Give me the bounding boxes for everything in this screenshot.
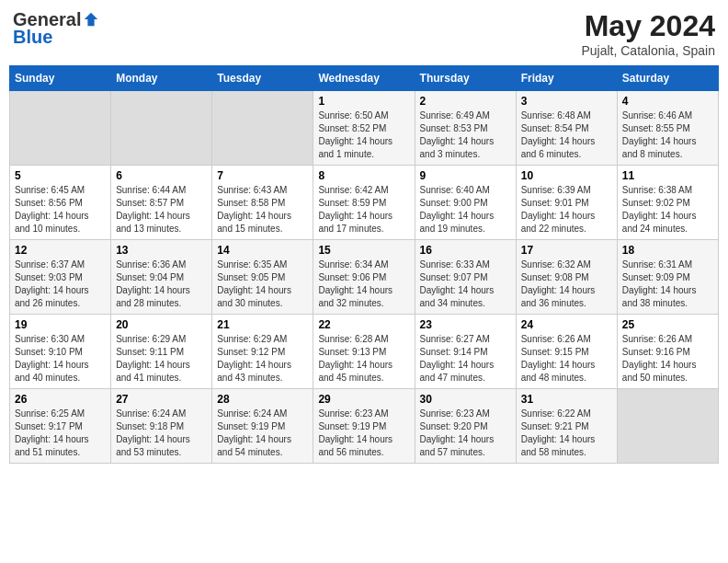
day-cell: 31Sunrise: 6:22 AMSunset: 9:21 PMDayligh…	[516, 389, 617, 464]
header-cell-saturday: Saturday	[617, 66, 718, 91]
day-info: Sunrise: 6:33 AMSunset: 9:07 PMDaylight:…	[420, 259, 511, 310]
day-cell: 18Sunrise: 6:31 AMSunset: 9:09 PMDayligh…	[617, 240, 718, 315]
day-cell: 29Sunrise: 6:23 AMSunset: 9:19 PMDayligh…	[313, 389, 415, 464]
day-info: Sunrise: 6:32 AMSunset: 9:08 PMDaylight:…	[521, 259, 612, 310]
day-number: 11	[622, 169, 713, 182]
day-info: Sunrise: 6:28 AMSunset: 9:13 PMDaylight:…	[318, 333, 409, 385]
day-info: Sunrise: 6:26 AMSunset: 9:16 PMDaylight:…	[622, 333, 713, 385]
header-cell-sunday: Sunday	[10, 66, 111, 91]
logo-blue: Blue	[13, 27, 52, 48]
day-number: 22	[318, 318, 409, 331]
day-number: 1	[318, 95, 409, 108]
day-cell: 28Sunrise: 6:24 AMSunset: 9:19 PMDayligh…	[212, 389, 313, 464]
main-title: May 2024	[581, 9, 715, 43]
day-cell: 12Sunrise: 6:37 AMSunset: 9:03 PMDayligh…	[10, 240, 111, 315]
week-row-2: 5Sunrise: 6:45 AMSunset: 8:56 PMDaylight…	[10, 166, 719, 240]
day-cell: 26Sunrise: 6:25 AMSunset: 9:17 PMDayligh…	[10, 389, 111, 464]
day-number: 19	[15, 318, 106, 331]
day-number: 15	[318, 244, 409, 257]
calendar-table: SundayMondayTuesdayWednesdayThursdayFrid…	[9, 65, 719, 464]
day-info: Sunrise: 6:24 AMSunset: 9:19 PMDaylight:…	[217, 408, 308, 459]
day-cell: 1Sunrise: 6:50 AMSunset: 8:52 PMDaylight…	[313, 91, 415, 166]
day-info: Sunrise: 6:25 AMSunset: 9:17 PMDaylight:…	[15, 408, 106, 459]
day-number: 25	[622, 318, 713, 331]
day-number: 9	[420, 169, 511, 182]
day-cell: 9Sunrise: 6:40 AMSunset: 9:00 PMDaylight…	[415, 166, 516, 240]
header-cell-tuesday: Tuesday	[212, 66, 313, 91]
day-cell: 3Sunrise: 6:48 AMSunset: 8:54 PMDaylight…	[516, 91, 617, 166]
week-row-4: 19Sunrise: 6:30 AMSunset: 9:10 PMDayligh…	[10, 315, 719, 389]
day-number: 18	[622, 244, 713, 257]
day-info: Sunrise: 6:24 AMSunset: 9:18 PMDaylight:…	[116, 408, 207, 459]
day-cell: 16Sunrise: 6:33 AMSunset: 9:07 PMDayligh…	[415, 240, 516, 315]
day-info: Sunrise: 6:48 AMSunset: 8:54 PMDaylight:…	[521, 109, 612, 161]
day-info: Sunrise: 6:23 AMSunset: 9:19 PMDaylight:…	[318, 408, 409, 459]
day-cell: 20Sunrise: 6:29 AMSunset: 9:11 PMDayligh…	[111, 315, 212, 389]
day-cell	[212, 91, 313, 166]
header-cell-thursday: Thursday	[415, 66, 516, 91]
day-cell: 11Sunrise: 6:38 AMSunset: 9:02 PMDayligh…	[617, 166, 718, 240]
day-number: 5	[15, 169, 106, 182]
day-info: Sunrise: 6:50 AMSunset: 8:52 PMDaylight:…	[318, 109, 409, 161]
day-cell: 21Sunrise: 6:29 AMSunset: 9:12 PMDayligh…	[212, 315, 313, 389]
day-cell: 19Sunrise: 6:30 AMSunset: 9:10 PMDayligh…	[10, 315, 111, 389]
svg-marker-0	[85, 12, 97, 25]
day-number: 8	[318, 169, 409, 182]
day-number: 30	[420, 393, 511, 406]
week-row-5: 26Sunrise: 6:25 AMSunset: 9:17 PMDayligh…	[10, 389, 719, 464]
day-cell: 8Sunrise: 6:42 AMSunset: 8:59 PMDaylight…	[313, 166, 415, 240]
day-cell: 14Sunrise: 6:35 AMSunset: 9:05 PMDayligh…	[212, 240, 313, 315]
day-number: 7	[217, 169, 308, 182]
title-block: May 2024 Pujalt, Catalonia, Spain	[581, 9, 715, 58]
day-cell: 13Sunrise: 6:36 AMSunset: 9:04 PMDayligh…	[111, 240, 212, 315]
day-cell: 24Sunrise: 6:26 AMSunset: 9:15 PMDayligh…	[516, 315, 617, 389]
day-number: 6	[116, 169, 207, 182]
day-number: 27	[116, 393, 207, 406]
day-cell: 22Sunrise: 6:28 AMSunset: 9:13 PMDayligh…	[313, 315, 415, 389]
day-info: Sunrise: 6:46 AMSunset: 8:55 PMDaylight:…	[622, 109, 713, 161]
calendar-body: 1Sunrise: 6:50 AMSunset: 8:52 PMDaylight…	[10, 91, 719, 464]
day-number: 29	[318, 393, 409, 406]
page-header: General Blue May 2024 Pujalt, Catalonia,…	[9, 9, 719, 58]
day-cell	[111, 91, 212, 166]
day-info: Sunrise: 6:39 AMSunset: 9:01 PMDaylight:…	[521, 184, 612, 236]
day-number: 26	[15, 393, 106, 406]
day-info: Sunrise: 6:49 AMSunset: 8:53 PMDaylight:…	[420, 109, 511, 161]
day-cell: 25Sunrise: 6:26 AMSunset: 9:16 PMDayligh…	[617, 315, 718, 389]
day-info: Sunrise: 6:44 AMSunset: 8:57 PMDaylight:…	[116, 184, 207, 236]
day-cell: 2Sunrise: 6:49 AMSunset: 8:53 PMDaylight…	[415, 91, 516, 166]
day-info: Sunrise: 6:27 AMSunset: 9:14 PMDaylight:…	[420, 333, 511, 385]
day-info: Sunrise: 6:38 AMSunset: 9:02 PMDaylight:…	[622, 184, 713, 236]
day-number: 24	[521, 318, 612, 331]
day-cell: 30Sunrise: 6:23 AMSunset: 9:20 PMDayligh…	[415, 389, 516, 464]
day-info: Sunrise: 6:37 AMSunset: 9:03 PMDaylight:…	[15, 259, 106, 310]
subtitle: Pujalt, Catalonia, Spain	[581, 43, 715, 58]
day-info: Sunrise: 6:45 AMSunset: 8:56 PMDaylight:…	[15, 184, 106, 236]
day-cell: 7Sunrise: 6:43 AMSunset: 8:58 PMDaylight…	[212, 166, 313, 240]
day-info: Sunrise: 6:29 AMSunset: 9:11 PMDaylight:…	[116, 333, 207, 385]
day-info: Sunrise: 6:36 AMSunset: 9:04 PMDaylight:…	[116, 259, 207, 310]
day-number: 4	[622, 95, 713, 108]
day-cell	[10, 91, 111, 166]
day-info: Sunrise: 6:31 AMSunset: 9:09 PMDaylight:…	[622, 259, 713, 310]
day-info: Sunrise: 6:43 AMSunset: 8:58 PMDaylight:…	[217, 184, 308, 236]
day-cell: 27Sunrise: 6:24 AMSunset: 9:18 PMDayligh…	[111, 389, 212, 464]
day-info: Sunrise: 6:29 AMSunset: 9:12 PMDaylight:…	[217, 333, 308, 385]
day-info: Sunrise: 6:40 AMSunset: 9:00 PMDaylight:…	[420, 184, 511, 236]
week-row-3: 12Sunrise: 6:37 AMSunset: 9:03 PMDayligh…	[10, 240, 719, 315]
logo: General Blue	[13, 9, 99, 48]
day-cell: 5Sunrise: 6:45 AMSunset: 8:56 PMDaylight…	[10, 166, 111, 240]
day-cell: 6Sunrise: 6:44 AMSunset: 8:57 PMDaylight…	[111, 166, 212, 240]
header-cell-friday: Friday	[516, 66, 617, 91]
day-cell: 10Sunrise: 6:39 AMSunset: 9:01 PMDayligh…	[516, 166, 617, 240]
day-info: Sunrise: 6:42 AMSunset: 8:59 PMDaylight:…	[318, 184, 409, 236]
day-info: Sunrise: 6:35 AMSunset: 9:05 PMDaylight:…	[217, 259, 308, 310]
day-info: Sunrise: 6:30 AMSunset: 9:10 PMDaylight:…	[15, 333, 106, 385]
day-number: 13	[116, 244, 207, 257]
day-number: 14	[217, 244, 308, 257]
logo-icon	[83, 11, 99, 28]
day-info: Sunrise: 6:26 AMSunset: 9:15 PMDaylight:…	[521, 333, 612, 385]
day-info: Sunrise: 6:22 AMSunset: 9:21 PMDaylight:…	[521, 408, 612, 459]
day-number: 12	[15, 244, 106, 257]
day-number: 16	[420, 244, 511, 257]
